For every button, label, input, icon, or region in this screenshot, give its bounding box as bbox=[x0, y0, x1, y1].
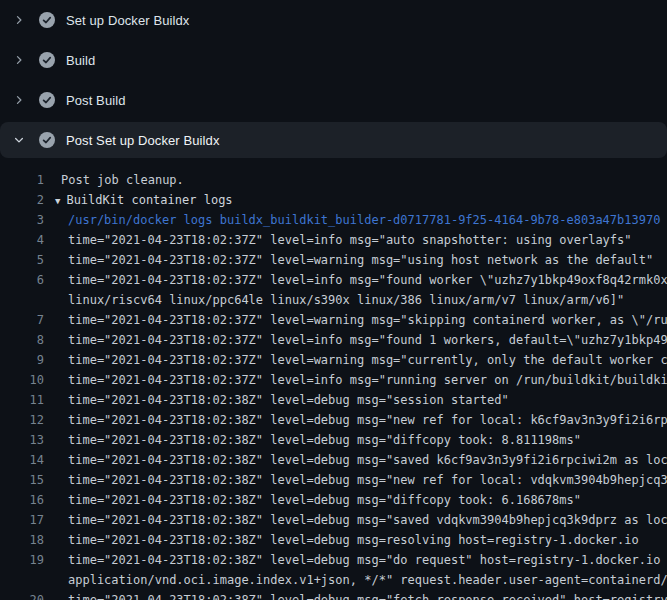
line-number[interactable]: 9 bbox=[0, 350, 44, 370]
log-row: 9time="2021-04-23T18:02:37Z" level=warni… bbox=[0, 350, 667, 370]
line-number[interactable]: 16 bbox=[0, 490, 44, 510]
log-row: 12time="2021-04-23T18:02:38Z" level=debu… bbox=[0, 410, 667, 430]
line-number[interactable]: 18 bbox=[0, 530, 44, 550]
chevron-down-icon[interactable] bbox=[12, 133, 26, 147]
log-text: ▼BuildKit container logs bbox=[44, 190, 667, 210]
log-command-text: /usr/bin/docker logs buildx_buildkit_bui… bbox=[44, 210, 667, 230]
log-row: 7time="2021-04-23T18:02:37Z" level=warni… bbox=[0, 310, 667, 330]
line-number bbox=[0, 570, 44, 590]
check-circle-icon bbox=[39, 12, 55, 28]
step-title: Build bbox=[66, 53, 95, 68]
line-number[interactable]: 1 bbox=[0, 170, 44, 190]
line-number[interactable]: 10 bbox=[0, 370, 44, 390]
log-text: time="2021-04-23T18:02:38Z" level=debug … bbox=[44, 590, 667, 600]
line-number[interactable]: 12 bbox=[0, 410, 44, 430]
log-text: time="2021-04-23T18:02:37Z" level=info m… bbox=[44, 230, 667, 250]
line-number[interactable]: 8 bbox=[0, 330, 44, 350]
step-title: Post Build bbox=[66, 93, 126, 108]
log-text: time="2021-04-23T18:02:38Z" level=debug … bbox=[44, 470, 667, 490]
chevron-right-icon[interactable] bbox=[12, 13, 26, 27]
line-number[interactable]: 3 bbox=[0, 210, 44, 230]
step-list: Set up Docker BuildxBuildPost BuildPost … bbox=[0, 0, 667, 160]
log-area: 1Post job cleanup.2▼BuildKit container l… bbox=[0, 170, 667, 600]
log-row: 20time="2021-04-23T18:02:38Z" level=debu… bbox=[0, 590, 667, 600]
log-text: time="2021-04-23T18:02:37Z" level=info m… bbox=[44, 330, 667, 350]
log-row: 18time="2021-04-23T18:02:38Z" level=debu… bbox=[0, 530, 667, 550]
log-row: 15time="2021-04-23T18:02:38Z" level=debu… bbox=[0, 470, 667, 490]
check-circle-icon bbox=[39, 132, 55, 148]
log-text: time="2021-04-23T18:02:37Z" level=info m… bbox=[44, 270, 667, 290]
log-row: 1Post job cleanup. bbox=[0, 170, 667, 190]
log-row: 16time="2021-04-23T18:02:38Z" level=debu… bbox=[0, 490, 667, 510]
log-row: 10time="2021-04-23T18:02:37Z" level=info… bbox=[0, 370, 667, 390]
line-number[interactable]: 15 bbox=[0, 470, 44, 490]
line-number[interactable]: 19 bbox=[0, 550, 44, 570]
line-number[interactable]: 4 bbox=[0, 230, 44, 250]
log-text: Post job cleanup. bbox=[44, 170, 667, 190]
log-text: time="2021-04-23T18:02:38Z" level=debug … bbox=[44, 510, 667, 530]
step-row-post-build[interactable]: Post Build bbox=[0, 80, 667, 120]
log-text: time="2021-04-23T18:02:38Z" level=debug … bbox=[44, 530, 667, 550]
line-number[interactable]: 6 bbox=[0, 270, 44, 290]
line-number[interactable]: 7 bbox=[0, 310, 44, 330]
log-text: time="2021-04-23T18:02:38Z" level=debug … bbox=[44, 390, 667, 410]
log-row: 2▼BuildKit container logs bbox=[0, 190, 667, 210]
log-row: 5time="2021-04-23T18:02:37Z" level=warni… bbox=[0, 250, 667, 270]
step-title: Post Set up Docker Buildx bbox=[66, 133, 220, 148]
log-text: application/vnd.oci.image.index.v1+json,… bbox=[44, 570, 667, 590]
group-toggle-icon[interactable]: ▼ bbox=[55, 191, 60, 211]
log-row: 4time="2021-04-23T18:02:37Z" level=info … bbox=[0, 230, 667, 250]
log-row: 8time="2021-04-23T18:02:37Z" level=info … bbox=[0, 330, 667, 350]
log-row: 17time="2021-04-23T18:02:38Z" level=debu… bbox=[0, 510, 667, 530]
log-text: time="2021-04-23T18:02:38Z" level=debug … bbox=[44, 550, 667, 570]
log-row: 11time="2021-04-23T18:02:38Z" level=debu… bbox=[0, 390, 667, 410]
line-number[interactable]: 20 bbox=[0, 590, 44, 600]
step-title: Set up Docker Buildx bbox=[66, 13, 189, 28]
log-row: 14time="2021-04-23T18:02:38Z" level=debu… bbox=[0, 450, 667, 470]
log-text: time="2021-04-23T18:02:38Z" level=debug … bbox=[44, 450, 667, 470]
line-number[interactable]: 17 bbox=[0, 510, 44, 530]
line-number[interactable]: 13 bbox=[0, 430, 44, 450]
log-row: 3/usr/bin/docker logs buildx_buildkit_bu… bbox=[0, 210, 667, 230]
step-row-post-set-up-docker-buildx[interactable]: Post Set up Docker Buildx bbox=[0, 120, 667, 160]
chevron-right-icon[interactable] bbox=[12, 53, 26, 67]
log-text: time="2021-04-23T18:02:37Z" level=info m… bbox=[44, 370, 667, 390]
line-number bbox=[0, 290, 44, 310]
log-text: time="2021-04-23T18:02:37Z" level=warnin… bbox=[44, 350, 667, 370]
log-text: time="2021-04-23T18:02:38Z" level=debug … bbox=[44, 490, 667, 510]
log-row: linux/riscv64 linux/ppc64le linux/s390x … bbox=[0, 290, 667, 310]
step-row-set-up-docker-buildx[interactable]: Set up Docker Buildx bbox=[0, 0, 667, 40]
line-number[interactable]: 14 bbox=[0, 450, 44, 470]
log-row: 6time="2021-04-23T18:02:37Z" level=info … bbox=[0, 270, 667, 290]
line-number[interactable]: 2 bbox=[0, 190, 44, 210]
log-row: 19time="2021-04-23T18:02:38Z" level=debu… bbox=[0, 550, 667, 570]
log-text: time="2021-04-23T18:02:37Z" level=warnin… bbox=[44, 250, 667, 270]
log-row: application/vnd.oci.image.index.v1+json,… bbox=[0, 570, 667, 590]
log-text: time="2021-04-23T18:02:37Z" level=warnin… bbox=[44, 310, 667, 330]
check-circle-icon bbox=[39, 92, 55, 108]
line-number[interactable]: 5 bbox=[0, 250, 44, 270]
log-row: 13time="2021-04-23T18:02:38Z" level=debu… bbox=[0, 430, 667, 450]
log-text: time="2021-04-23T18:02:38Z" level=debug … bbox=[44, 410, 667, 430]
line-number[interactable]: 11 bbox=[0, 390, 44, 410]
check-circle-icon bbox=[39, 52, 55, 68]
group-title[interactable]: BuildKit container logs bbox=[66, 193, 232, 207]
step-row-build[interactable]: Build bbox=[0, 40, 667, 80]
log-text: linux/riscv64 linux/ppc64le linux/s390x … bbox=[44, 290, 667, 310]
log-text: time="2021-04-23T18:02:38Z" level=debug … bbox=[44, 430, 667, 450]
chevron-right-icon[interactable] bbox=[12, 93, 26, 107]
